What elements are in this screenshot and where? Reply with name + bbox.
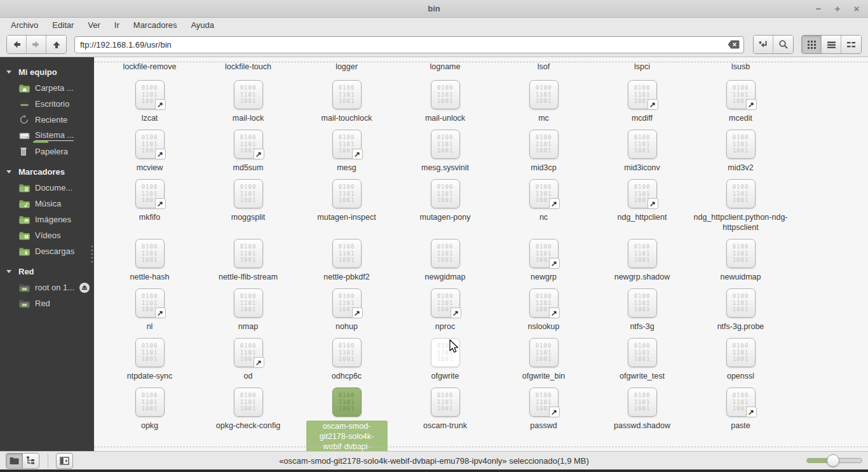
menu-marcadores[interactable]: Marcadores — [128, 19, 183, 32]
sidebar-item-escritorio[interactable]: Escritorio — [0, 96, 94, 112]
binary-file-icon[interactable]: 010011011001↗ — [234, 338, 263, 367]
file-item-od[interactable]: 010011011001↗od — [199, 338, 297, 381]
hide-sidebar-button[interactable] — [56, 453, 73, 469]
file-label[interactable]: opkg — [141, 421, 158, 431]
file-label[interactable]: ndg_httpclient — [618, 212, 667, 222]
sidebar-section-header[interactable]: Mi equipo — [0, 64, 94, 80]
file-item-mkfifo[interactable]: 010011011001↗mkfifo — [100, 179, 199, 222]
binary-file-icon[interactable]: 010011011001 — [529, 338, 559, 367]
file-item-mid3v2[interactable]: 010011011001mid3v2 — [691, 130, 790, 173]
file-item-mail-touchlock[interactable]: 010011011001mail-touchlock — [297, 80, 396, 123]
maximize-button[interactable]: + — [832, 4, 843, 14]
binary-file-icon[interactable]: 010011011001 — [726, 239, 756, 268]
file-label[interactable]: ofgwrite_bin — [522, 371, 565, 381]
chevron-down-icon[interactable] — [6, 170, 11, 173]
binary-file-icon[interactable]: 010011011001 — [234, 288, 263, 318]
file-item-mcedit[interactable]: 010011011001↗mcedit — [691, 80, 790, 123]
file-item-mail-lock[interactable]: 010011011001mail-lock — [199, 80, 297, 123]
binary-file-icon[interactable]: 010011011001 — [332, 388, 362, 417]
file-grid[interactable]: lockfile-removelockfile-touchloggerlogna… — [94, 57, 868, 451]
file-label[interactable]: nc — [539, 212, 548, 222]
file-label[interactable]: md5sum — [233, 163, 264, 173]
binary-file-icon[interactable]: 010011011001 — [332, 338, 362, 367]
file-label[interactable]: nettle-hash — [130, 272, 170, 282]
file-label[interactable]: openssl — [727, 371, 754, 381]
file-item-passwd.shadow[interactable]: 010011011001passwd.shadow — [593, 388, 691, 431]
binary-file-icon[interactable]: 010011011001↗ — [135, 179, 165, 208]
binary-file-icon[interactable]: 010011011001 — [628, 388, 657, 417]
location-bar[interactable] — [74, 36, 744, 53]
file-item-ndg_httpclient.python-ndg-httpsclient[interactable]: 010011011001ndg_httpclient.python-ndg-ht… — [691, 179, 790, 233]
file-label[interactable]: lockfile-remove — [100, 62, 199, 72]
sidebar-section-header[interactable]: Red — [0, 263, 94, 280]
file-label[interactable]: opkg-check-config — [216, 421, 280, 431]
binary-file-icon[interactable]: 010011011001 — [431, 388, 460, 417]
minimize-button[interactable]: − — [813, 4, 824, 14]
file-item-newuidmap[interactable]: 010011011001newuidmap — [691, 239, 790, 282]
file-item-mutagen-inspect[interactable]: 010011011001mutagen-inspect — [297, 179, 396, 222]
icon-view-button[interactable] — [802, 36, 822, 53]
binary-file-icon[interactable]: 010011011001 — [529, 80, 559, 109]
file-label[interactable]: ntfs-3g.probe — [717, 321, 764, 332]
binary-file-icon[interactable]: 010011011001↗ — [332, 130, 362, 159]
sidebar-item-root-on-1[interactable]: root on 1... — [0, 280, 94, 295]
back-button[interactable] — [7, 36, 27, 53]
binary-file-icon[interactable]: 010011011001 — [628, 338, 657, 367]
file-label[interactable]: newgrp — [531, 272, 557, 282]
file-label[interactable]: nmap — [238, 321, 258, 332]
file-label[interactable]: mail-touchlock — [322, 113, 372, 123]
file-label[interactable]: lspci — [593, 62, 691, 72]
file-label[interactable]: lsof — [494, 62, 593, 72]
binary-file-icon[interactable]: 010011011001↗ — [726, 388, 756, 417]
menu-ayuda[interactable]: Ayuda — [185, 19, 220, 32]
file-item-mesg[interactable]: 010011011001↗mesg — [297, 130, 396, 173]
file-item-opkg[interactable]: 010011011001opkg — [100, 388, 199, 431]
binary-file-icon[interactable]: 010011011001↗ — [628, 179, 657, 208]
sidebar-item-sistema[interactable]: Sistema ... — [0, 128, 94, 144]
binary-file-icon[interactable]: 010011011001 — [726, 130, 756, 159]
binary-file-icon[interactable]: 010011011001↗ — [332, 288, 362, 318]
binary-file-icon[interactable]: 010011011001 — [726, 288, 756, 318]
file-item-oscam-smod-git2178-solo4k-webif-dvbapi-emu798-ipv4only[interactable]: 010011011001oscam-smod-git2178-solo4k-we… — [297, 388, 396, 451]
zoom-slider-handle[interactable] — [827, 454, 839, 467]
file-label[interactable]: nl — [147, 321, 153, 332]
file-item-opkg-check-config[interactable]: 010011011001opkg-check-config — [199, 388, 297, 431]
file-item-nettle-lfib-stream[interactable]: 010011011001nettle-lfib-stream — [199, 239, 297, 282]
file-item-mc[interactable]: 010011011001mc — [494, 80, 593, 123]
file-label[interactable]: odhcp6c — [332, 371, 362, 381]
file-label[interactable]: ofgwrite — [431, 371, 459, 381]
file-label[interactable]: mid3cp — [531, 163, 556, 173]
menu-ver[interactable]: Ver — [82, 19, 106, 32]
file-item-ntpdate-sync[interactable]: 010011011001ntpdate-sync — [100, 338, 199, 381]
binary-file-icon[interactable]: 010011011001 — [135, 338, 165, 367]
close-button[interactable]: × — [851, 4, 862, 14]
binary-file-icon[interactable]: 010011011001↗ — [234, 130, 263, 159]
file-label[interactable]: mcview — [137, 163, 163, 173]
file-item-openssl[interactable]: 010011011001openssl — [691, 338, 790, 381]
file-label[interactable]: mail-unlock — [425, 113, 465, 123]
compact-view-button[interactable] — [841, 36, 861, 53]
file-item-ntfs-3g[interactable]: 010011011001ntfs-3g — [593, 288, 691, 332]
binary-file-icon[interactable]: 010011011001↗ — [529, 388, 559, 417]
sidebar-item-papelera[interactable]: Papelera — [0, 144, 94, 159]
file-label[interactable]: logger — [297, 62, 396, 72]
file-label[interactable]: paste — [731, 421, 750, 431]
binary-file-icon[interactable]: 010011011001↗ — [628, 80, 657, 109]
file-label[interactable]: mid3v2 — [728, 163, 753, 173]
file-label[interactable]: nohup — [336, 321, 358, 332]
file-item-ndg_httpclient[interactable]: 010011011001↗ndg_httpclient — [593, 179, 691, 222]
zoom-slider[interactable] — [806, 458, 862, 463]
file-item-ofgwrite_test[interactable]: 010011011001ofgwrite_test — [593, 338, 691, 381]
binary-file-icon[interactable]: 010011011001 — [726, 179, 756, 208]
file-item-mail-unlock[interactable]: 010011011001mail-unlock — [396, 80, 494, 123]
show-places-button[interactable] — [6, 453, 23, 469]
binary-file-icon[interactable]: 010011011001 — [628, 130, 657, 159]
file-label[interactable]: logname — [396, 62, 494, 72]
file-label[interactable]: lzcat — [142, 113, 158, 123]
binary-file-icon[interactable]: 010011011001 — [628, 288, 657, 318]
toggle-location-entry-button[interactable] — [754, 36, 773, 53]
binary-file-icon[interactable]: 010011011001↗ — [135, 288, 165, 318]
file-label[interactable]: newgidmap — [425, 272, 466, 282]
file-item-moggsplit[interactable]: 010011011001moggsplit — [199, 179, 297, 222]
sidebar-item-carpeta[interactable]: Carpeta ... — [0, 80, 94, 96]
